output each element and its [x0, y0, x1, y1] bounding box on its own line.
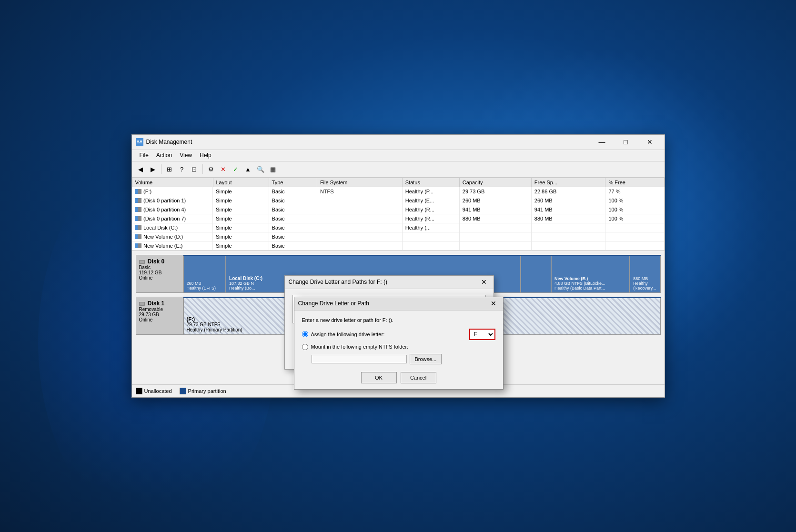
table-row[interactable]: (Disk 0 partition 7) Simple Basic Health…: [132, 214, 664, 223]
col-layout: Layout: [213, 178, 269, 187]
inner-dialog-title: Change Drive Letter or Path: [298, 300, 488, 307]
disk-1-label: Disk 1 Removable 29.73 GB Online: [136, 297, 183, 335]
mount-folder-row: Mount in the following empty NTFS folder…: [302, 344, 495, 350]
outer-dialog-titlebar: Change Drive Letter and Paths for F: () …: [285, 276, 494, 289]
vol-name: (Disk 0 partition 4): [132, 205, 213, 214]
back-button[interactable]: ◀: [135, 163, 146, 175]
settings-button[interactable]: ⚙: [205, 163, 217, 175]
close-button[interactable]: ✕: [639, 134, 661, 150]
assign-letter-radio[interactable]: [302, 331, 308, 337]
volume-icon: [135, 225, 141, 230]
vol-name: New Volume (D:): [132, 232, 213, 241]
table-row[interactable]: (F:) Simple Basic NTFS Healthy (P... 29.…: [132, 187, 664, 196]
inner-dialog-body: Enter a new drive letter or path for F: …: [294, 311, 503, 368]
toolbar: ◀ ▶ ⊞ ? ⊡ ⚙ ✕ ✓ ▲ 🔍 ▦: [132, 161, 665, 178]
menu-action[interactable]: Action: [152, 151, 176, 160]
maximize-button[interactable]: □: [615, 134, 637, 150]
vol-name: New Volume (E:): [132, 241, 213, 251]
disk-1-type: Removable: [139, 307, 180, 312]
show-window-button[interactable]: ⊞: [164, 163, 175, 175]
inner-dialog-titlebar: Change Drive Letter or Path ✕: [294, 297, 503, 311]
volume-icon: [135, 216, 141, 221]
partition-efi[interactable]: 260 MB Healthy (EFI S): [183, 256, 226, 293]
partition-sub: Healthy (EFI S): [187, 286, 223, 291]
assign-letter-label: Assign the following drive letter:: [311, 331, 469, 337]
disk-0-status: Online: [139, 275, 180, 281]
vol-layout: Simple: [213, 187, 269, 196]
volume-icon: [135, 198, 141, 203]
vol-name: (Disk 0 partition 1): [132, 196, 213, 205]
vol-status: Healthy (P...: [402, 187, 459, 196]
svg-rect-5: [140, 261, 144, 263]
help-button[interactable]: ?: [176, 163, 188, 175]
table-row[interactable]: (Disk 0 partition 1) Simple Basic Health…: [132, 196, 664, 205]
disk-management-window: Disk Management — □ ✕ File Action View H…: [131, 134, 665, 398]
table-row[interactable]: New Volume (E:) Simple Basic: [132, 241, 664, 251]
minimize-button[interactable]: —: [591, 134, 613, 150]
vol-name: Local Disk (C:): [132, 223, 213, 232]
col-volume: Volume: [132, 178, 213, 187]
toolbar-separator-2: [202, 164, 203, 174]
delete-button[interactable]: ✕: [218, 163, 229, 175]
search-button[interactable]: 🔍: [255, 163, 266, 175]
svg-rect-1: [137, 141, 139, 142]
table-row[interactable]: (Disk 0 partition 4) Simple Basic Health…: [132, 205, 664, 214]
app-icon: [136, 138, 143, 146]
vol-capacity: 29.73 GB: [459, 187, 531, 196]
volume-icon: [135, 189, 141, 194]
volume-table: Volume Layout Type File System Status Ca…: [132, 178, 665, 251]
disk-0-size: 119.12 GB: [139, 270, 180, 275]
inner-dialog-desc: Enter a new drive letter or path for F: …: [302, 317, 495, 323]
menu-file[interactable]: File: [136, 151, 152, 160]
vol-pct: 77 %: [605, 187, 664, 196]
legend-primary-label: Primary partition: [188, 388, 226, 394]
partition-recovery1[interactable]: [521, 256, 551, 293]
vol-fs: NTFS: [317, 187, 402, 196]
mount-path-row: Browse...: [312, 354, 495, 364]
vol-freesp: 22.86 GB: [531, 187, 605, 196]
svg-rect-2: [140, 141, 142, 142]
col-filesystem: File System: [317, 178, 402, 187]
disk-0-label: Disk 0 Basic 119.12 GB Online: [136, 255, 183, 293]
forward-button[interactable]: ▶: [147, 163, 159, 175]
col-pctfree: % Free: [605, 178, 664, 187]
svg-rect-3: [137, 142, 142, 143]
vol-name: (F:): [132, 187, 213, 196]
mount-folder-radio[interactable]: [302, 344, 308, 350]
partition-recovery2[interactable]: 880 MB Healthy (Recovery...: [630, 256, 660, 293]
partition-sub: Healthy (Recovery...: [633, 281, 657, 291]
properties-button[interactable]: ⊡: [189, 163, 200, 175]
col-capacity: Capacity: [459, 178, 531, 187]
legend-unallocated: Unallocated: [136, 388, 172, 394]
outer-dialog-close[interactable]: ✕: [478, 276, 490, 288]
disk-1-size: 29.73 GB: [139, 312, 180, 317]
partition-sub: Healthy (Basic Data Part...: [554, 286, 626, 291]
check-button[interactable]: ✓: [230, 163, 242, 175]
partition-size: 880 MB: [633, 276, 657, 281]
table-row[interactable]: New Volume (D:) Simple Basic: [132, 232, 664, 241]
vol-type: Basic: [269, 187, 317, 196]
up-button[interactable]: ▲: [242, 163, 254, 175]
legend-unallocated-label: Unallocated: [144, 388, 172, 394]
svg-rect-7: [140, 302, 144, 305]
assign-letter-row: Assign the following drive letter: F G H…: [302, 329, 495, 340]
change-drive-letter-dialog: Change Drive Letter or Path ✕ Enter a ne…: [294, 297, 504, 390]
col-freesp: Free Sp...: [531, 178, 605, 187]
volume-icon: [135, 207, 141, 212]
toolbar-separator-1: [161, 164, 161, 174]
legend-primary-box: [180, 388, 186, 394]
browse-button[interactable]: Browse...: [410, 354, 442, 364]
inner-dialog-close[interactable]: ✕: [488, 298, 499, 309]
menu-help[interactable]: Help: [196, 151, 215, 160]
menu-view[interactable]: View: [176, 151, 196, 160]
inner-ok-button[interactable]: OK: [361, 372, 397, 383]
grid-button[interactable]: ▦: [267, 163, 279, 175]
partition-size: 260 MB: [187, 281, 223, 286]
table-row[interactable]: Local Disk (C:) Simple Basic Healthy (..…: [132, 223, 664, 232]
partition-e[interactable]: New Volume (E:) 4.88 GB NTFS (BitLocke..…: [551, 256, 630, 293]
inner-cancel-button[interactable]: Cancel: [401, 372, 436, 383]
outer-dialog-title: Change Drive Letter and Paths for F: (): [289, 279, 478, 285]
mount-path-input[interactable]: [312, 355, 407, 363]
drive-letter-select[interactable]: F G H I: [469, 329, 495, 340]
legend-primary: Primary partition: [180, 388, 226, 394]
